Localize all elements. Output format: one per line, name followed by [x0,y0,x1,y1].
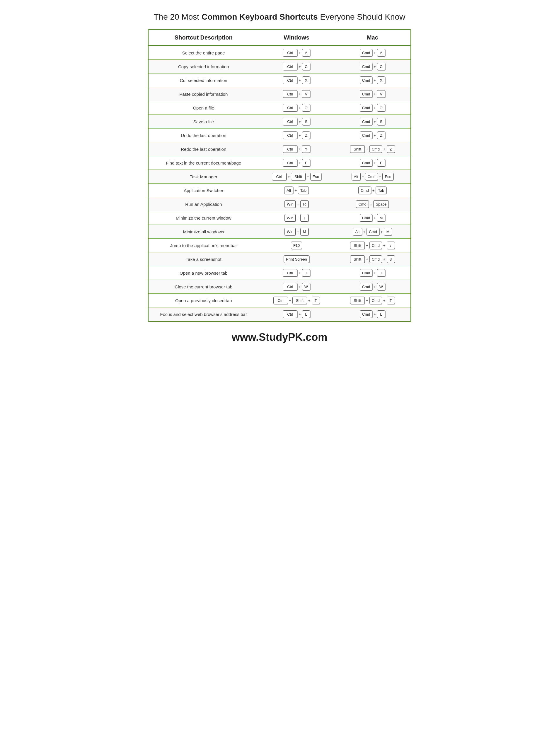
keys-container: Ctrl+F [283,159,310,167]
keys-container: Cmd+X [360,76,385,84]
key-badge: X [377,76,385,84]
key-badge: F [302,159,310,167]
keys-container: Cmd+S [360,118,385,125]
key-badge: Cmd [365,173,378,180]
windows-shortcut: Ctrl+W [259,280,334,294]
keys-container: Ctrl+S [283,118,310,125]
keys-container: Cmd+W [360,283,385,290]
table-wrapper: Shortcut Description Windows Mac Select … [148,29,411,322]
key-badge: Cmd [360,118,372,125]
shortcut-description: Save a file [149,115,259,128]
plus-sign: + [298,285,301,289]
keys-container: Alt+Tab [284,187,309,194]
plus-sign: + [366,298,368,303]
key-badge: A [377,49,385,56]
table-row: Close the current browser tabCtrl+WCmd+W [149,280,410,294]
key-badge: Cmd [360,63,372,70]
shortcut-description: Run an Application [149,197,259,211]
shortcut-description: Task Manager [149,170,259,184]
windows-shortcut: Ctrl+Z [259,128,334,142]
shortcut-description: Open a file [149,101,259,115]
mac-shortcut: Cmd+Space [335,197,410,211]
keys-container: Cmd+Tab [358,187,386,194]
plus-sign: + [287,174,290,179]
key-badge: Ctrl [283,104,297,112]
key-badge: Cmd [360,76,372,84]
key-badge: S [302,118,310,125]
key-badge: Shift [291,173,306,180]
key-badge: Ctrl [283,76,297,84]
table-row: Save a fileCtrl+SCmd+S [149,115,410,128]
key-badge: Cmd [360,269,372,277]
keys-container: Ctrl+Y [283,145,310,153]
plus-sign: + [383,243,386,248]
table-row: Open a previously closed tabCtrl+Shift+T… [149,294,410,307]
header-description: Shortcut Description [149,30,259,46]
key-badge: O [377,104,385,112]
key-badge: Z [387,145,395,153]
windows-shortcut: Ctrl+L [259,307,334,321]
key-badge: Ctrl [283,63,297,70]
windows-shortcut: Ctrl+X [259,73,334,87]
plus-sign: + [373,78,376,82]
key-badge: F [377,159,385,167]
shortcut-description: Copy selected information [149,60,259,73]
keys-container: Ctrl+V [283,90,310,98]
key-badge: Cmd [370,145,382,153]
keys-container: Ctrl+W [283,283,310,290]
mac-shortcut: Cmd+V [335,87,410,101]
key-badge: Cmd [360,49,372,56]
windows-shortcut: Ctrl+C [259,60,334,73]
key-badge: O [302,104,310,112]
plus-sign: + [298,92,301,96]
keys-container: Ctrl+Shift+Esc [272,173,321,180]
plus-sign: + [298,161,301,165]
keys-container: Cmd+Space [356,200,389,208]
plus-sign: + [373,106,376,110]
key-badge: M [384,228,392,235]
table-row: Jump to the application's menubarF10Shif… [149,239,410,252]
windows-shortcut: Win+R [259,197,334,211]
table-row: Task ManagerCtrl+Shift+EscAlt+Cmd+Esc [149,170,410,184]
key-badge: Tab [298,187,309,194]
shortcut-description: Select the entire page [149,46,259,60]
keys-container: Win+R [285,200,309,208]
mac-shortcut: Cmd+M [335,211,410,225]
keys-container: Cmd+A [360,49,385,56]
key-badge: ↓ [300,214,309,222]
windows-shortcut: Alt+Tab [259,184,334,197]
key-badge: Space [373,200,389,208]
mac-shortcut: Shift+Cmd+T [335,294,410,307]
key-badge: Cmd [360,214,372,222]
key-badge: T [312,297,320,304]
keys-container: Ctrl+C [283,63,310,70]
keys-container: Ctrl+Z [283,132,310,139]
plus-sign: + [383,298,386,303]
plus-sign: + [366,243,368,248]
plus-sign: + [380,230,383,234]
mac-shortcut: Shift+Cmd+3 [335,252,410,266]
key-badge: Z [377,132,385,139]
key-badge: W [377,283,385,290]
windows-shortcut: Ctrl+V [259,87,334,101]
footer-text: www.StudyPK.com [148,331,411,344]
keys-container: Ctrl+O [283,104,310,112]
key-badge: M [377,214,385,222]
keys-container: Cmd+C [360,63,385,70]
plus-sign: + [298,133,301,138]
windows-shortcut: Ctrl+A [259,46,334,60]
key-badge: Shift [350,145,365,153]
plus-sign: + [298,119,301,124]
table-row: Paste copied informationCtrl+VCmd+V [149,87,410,101]
plus-sign: + [363,230,366,234]
plus-sign: + [370,202,373,207]
key-badge: Alt [284,187,293,194]
table-header-row: Shortcut Description Windows Mac [149,30,410,46]
plus-sign: + [298,312,301,316]
table-row: Undo the last operationCtrl+ZCmd+Z [149,128,410,142]
plus-sign: + [298,51,301,55]
keys-container: Shift+Cmd+T [350,297,395,304]
windows-shortcut: Print Screen [259,252,334,266]
table-row: Copy selected informationCtrl+CCmd+C [149,60,410,73]
header-mac: Mac [335,30,410,46]
